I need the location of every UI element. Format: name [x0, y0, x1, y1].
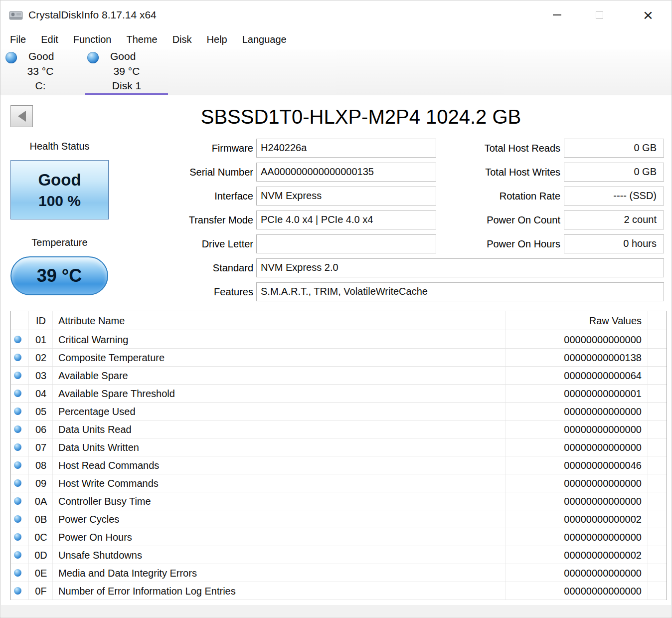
back-button[interactable]	[10, 105, 33, 127]
status-dot-icon	[14, 533, 21, 541]
attr-id: 06	[29, 420, 52, 438]
attr-raw-value: 00000000000064	[564, 367, 642, 385]
table-row[interactable]: 08 Host Read Commands 00000000000046	[11, 456, 667, 474]
table-row[interactable]: 01 Critical Warning 00000000000000	[11, 331, 667, 349]
firmware-label: Firmware	[143, 139, 253, 158]
table-row[interactable]: 0E Media and Data Integrity Errors 00000…	[11, 564, 667, 582]
attr-name: Available Spare Threshold	[58, 385, 175, 403]
attr-id: 0E	[29, 564, 52, 582]
temperature-label: Temperature	[10, 237, 109, 248]
status-dot-icon	[14, 408, 21, 415]
table-row[interactable]: 04 Available Spare Threshold 00000000000…	[11, 385, 667, 403]
attr-raw-value: 00000000000138	[564, 349, 642, 367]
power-on-hours-value[interactable]: 0 hours	[564, 234, 664, 253]
attr-name: Controller Busy Time	[58, 492, 151, 510]
menu-function[interactable]: Function	[66, 31, 119, 48]
rotation-rate-label: Rotation Rate	[467, 187, 560, 206]
menu-edit[interactable]: Edit	[33, 31, 65, 48]
drive-letter-value[interactable]	[256, 234, 436, 253]
attr-name: Host Read Commands	[58, 456, 159, 474]
attr-raw-value: 00000000000000	[564, 403, 642, 420]
status-dot-icon	[14, 479, 21, 487]
temperature-value: 39 °C	[37, 265, 82, 286]
table-row[interactable]: 07 Data Units Written 00000000000000	[11, 438, 667, 456]
attr-id: 08	[29, 456, 52, 474]
total-host-writes-value[interactable]: 0 GB	[564, 163, 664, 182]
attr-raw-value: 00000000000000	[564, 492, 642, 510]
standard-value[interactable]: NVM Express 2.0	[256, 258, 664, 277]
temperature-button[interactable]: 39 °C	[10, 256, 108, 295]
disk-name: Disk 1	[84, 80, 169, 92]
table-row[interactable]: 09 Host Write Commands 00000000000000	[11, 474, 667, 492]
attr-raw-value: 00000000000000	[564, 331, 642, 349]
header-attribute-name[interactable]: Attribute Name	[58, 311, 125, 330]
table-row[interactable]: 0F Number of Error Information Log Entri…	[11, 582, 667, 600]
minimize-icon	[553, 14, 561, 15]
table-row[interactable]: 05 Percentage Used 00000000000000	[11, 403, 667, 420]
table-row[interactable]: 0B Power Cycles 00000000000002	[11, 510, 667, 528]
status-dot-icon	[14, 372, 21, 379]
menu-theme[interactable]: Theme	[119, 31, 165, 48]
attr-name: Composite Temperature	[58, 349, 165, 367]
attr-raw-value: 00000000000001	[564, 385, 642, 403]
header-raw-values[interactable]: Raw Values	[589, 311, 642, 330]
table-row[interactable]: 03 Available Spare 00000000000064	[11, 367, 667, 385]
attr-id: 03	[29, 367, 52, 385]
back-arrow-icon	[18, 111, 26, 122]
attr-id: 0A	[29, 492, 52, 510]
attr-name: Power Cycles	[58, 510, 119, 528]
interface-value[interactable]: NVM Express	[256, 187, 436, 206]
attr-raw-value: 00000000000000	[564, 438, 642, 456]
app-icon	[8, 7, 24, 23]
power-on-count-value[interactable]: 2 count	[564, 210, 664, 229]
minimize-button[interactable]	[542, 0, 571, 29]
menubar: File Edit Function Theme Disk Help Langu…	[0, 29, 672, 49]
interface-label: Interface	[143, 187, 253, 206]
window-title: CrystalDiskInfo 8.17.14 x64	[28, 0, 157, 29]
transfer-mode-value[interactable]: PCIe 4.0 x4 | PCIe 4.0 x4	[256, 210, 436, 229]
attr-name: Critical Warning	[58, 331, 128, 349]
table-row[interactable]: 02 Composite Temperature 00000000000138	[11, 349, 667, 367]
attr-name: Data Units Written	[58, 438, 139, 456]
firmware-value[interactable]: H240226a	[256, 139, 436, 158]
menu-file[interactable]: File	[2, 31, 33, 48]
table-row[interactable]: 0A Controller Busy Time 00000000000000	[11, 492, 667, 510]
attr-name: Data Units Read	[58, 420, 132, 438]
transfer-mode-label: Transfer Mode	[143, 210, 253, 229]
attr-raw-value: 00000000000000	[564, 582, 642, 600]
disk-tab-c[interactable]: Good 33 °C C:	[2, 49, 78, 95]
maximize-icon	[596, 11, 603, 19]
menu-disk[interactable]: Disk	[165, 31, 199, 48]
serial-number-value[interactable]: AA000000000000000135	[256, 163, 436, 182]
disk-temperature: 39 °C	[84, 65, 169, 77]
close-button[interactable]: ×	[634, 0, 663, 29]
status-dot-icon	[14, 425, 21, 433]
total-host-reads-value[interactable]: 0 GB	[564, 139, 664, 158]
header-id[interactable]: ID	[29, 311, 52, 330]
disk-tab-disk1[interactable]: Good 39 °C Disk 1	[84, 49, 169, 95]
health-percent-value: 100 %	[38, 193, 81, 209]
attr-id: 0C	[29, 528, 52, 546]
table-row[interactable]: 06 Data Units Read 00000000000000	[11, 420, 667, 438]
titlebar: CrystalDiskInfo 8.17.14 x64 ×	[0, 0, 672, 29]
health-status-button[interactable]: Good 100 %	[10, 160, 109, 219]
close-icon: ×	[643, 6, 653, 23]
status-dot-icon	[14, 354, 21, 361]
attr-id: 0B	[29, 510, 52, 528]
power-on-count-label: Power On Count	[467, 210, 560, 229]
rotation-rate-value[interactable]: ---- (SSD)	[564, 187, 664, 206]
disk-status-text: Good	[110, 50, 136, 62]
menu-language[interactable]: Language	[235, 31, 294, 48]
attr-raw-value: 00000000000000	[564, 564, 642, 582]
status-dot-icon	[14, 569, 21, 577]
attr-id: 04	[29, 385, 52, 403]
horizontal-scrollbar[interactable]	[1, 605, 671, 617]
menu-help[interactable]: Help	[199, 31, 235, 48]
table-row[interactable]: 0C Power On Hours 00000000000000	[11, 528, 667, 546]
table-row[interactable]: 0D Unsafe Shutdowns 00000000000002	[11, 546, 667, 564]
attr-name: Percentage Used	[58, 403, 136, 420]
maximize-button[interactable]	[585, 0, 614, 29]
features-value[interactable]: S.M.A.R.T., TRIM, VolatileWriteCache	[256, 282, 664, 301]
attr-id: 05	[29, 403, 52, 420]
status-dot-icon	[14, 336, 21, 343]
